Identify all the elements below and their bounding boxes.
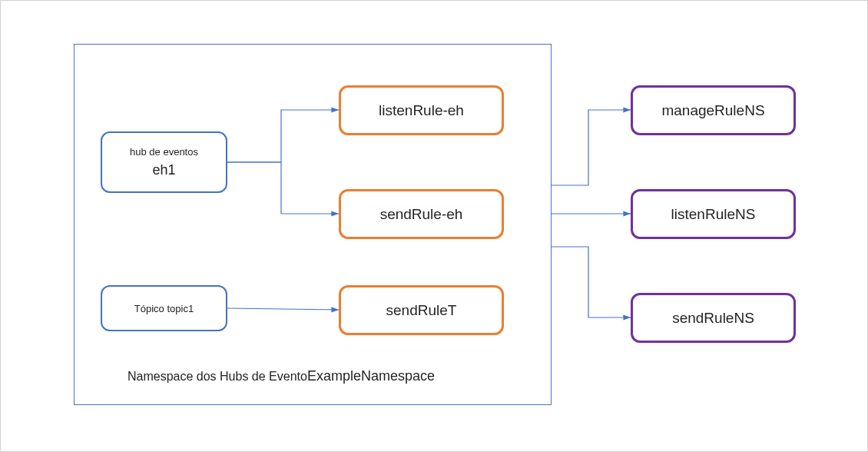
- node-send-rule-t: sendRuleT: [339, 285, 504, 335]
- topic-label: Tópico topic1: [134, 303, 194, 314]
- node-send-rule-eh: sendRule-eh: [339, 189, 504, 239]
- send-rule-ns-label: sendRuleNS: [672, 310, 754, 327]
- diagram-frame: hub de eventos eh1 Tópico topic1 listenR…: [0, 0, 868, 452]
- namespace-caption: Namespace dos Hubs de EventoExampleNames…: [128, 368, 435, 384]
- send-rule-eh-label: sendRule-eh: [380, 206, 463, 223]
- node-eventhub-eh1: hub de eventos eh1: [101, 131, 227, 193]
- node-listen-rule-eh: listenRule-eh: [339, 85, 504, 135]
- eventhub-name: eh1: [152, 162, 175, 178]
- listen-rule-eh-label: listenRule-eh: [379, 102, 464, 119]
- node-manage-rule-ns: manageRuleNS: [631, 85, 796, 135]
- manage-rule-ns-label: manageRuleNS: [661, 102, 764, 119]
- listen-rule-ns-label: listenRuleNS: [671, 206, 756, 223]
- node-listen-rule-ns: listenRuleNS: [631, 189, 796, 239]
- send-rule-t-label: sendRuleT: [386, 302, 457, 319]
- namespace-caption-prefix: Namespace dos Hubs de Evento: [128, 370, 307, 383]
- node-send-rule-ns: sendRuleNS: [631, 293, 796, 343]
- namespace-caption-name: ExampleNamespace: [307, 368, 435, 384]
- eventhub-label: hub de eventos: [130, 146, 198, 158]
- node-topic-topic1: Tópico topic1: [101, 285, 227, 331]
